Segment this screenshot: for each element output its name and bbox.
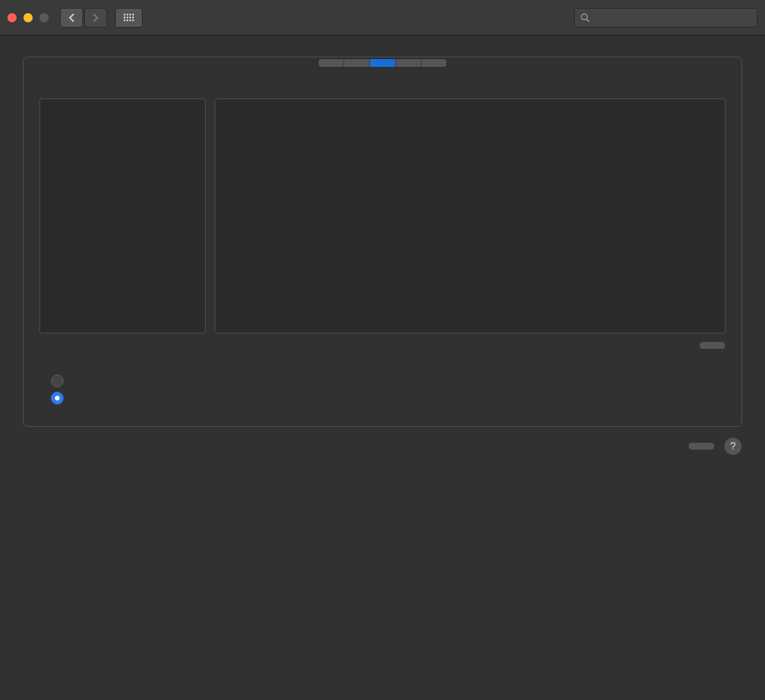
radio-all-controls[interactable] [51,392,725,404]
zoom-window-button[interactable] [40,13,49,22]
tabs-container [23,58,742,68]
tab-shortcuts[interactable] [370,59,396,67]
radio-button[interactable] [51,392,64,404]
shortcuts-panel [23,57,742,427]
close-window-button[interactable] [7,13,17,22]
show-all-button[interactable] [115,8,143,27]
columns [40,99,725,333]
help-button[interactable]: ? [724,437,742,455]
grid-icon [124,14,134,21]
content-area [0,36,765,427]
minimize-window-button[interactable] [23,13,33,22]
search-icon [581,13,590,22]
keyboard-access-section [40,375,725,404]
radio-text-boxes-only[interactable] [51,375,725,387]
tab-dictation[interactable] [421,59,447,67]
system-preferences-window: ? [0,0,765,700]
restore-defaults-button[interactable] [699,341,725,349]
search-field[interactable] [574,8,758,27]
radio-button[interactable] [51,375,64,387]
chevron-right-icon [92,13,99,22]
restore-row [40,341,725,349]
back-button[interactable] [60,8,83,27]
tab-keyboard[interactable] [318,59,344,67]
traffic-lights [7,13,49,22]
shortcut-list[interactable] [215,99,725,333]
tab-user-dictionary[interactable] [344,59,370,67]
radio-group [51,375,725,404]
forward-button[interactable] [84,8,107,27]
titlebar [0,0,765,36]
footer: ? [0,427,765,461]
nav-buttons [60,8,107,27]
tab-input-sources[interactable] [396,59,421,67]
svg-line-1 [587,19,590,22]
bluetooth-keyboard-button[interactable] [688,442,715,450]
category-sidebar[interactable] [40,99,206,333]
svg-point-0 [582,14,587,19]
chevron-left-icon [68,13,75,22]
tabs [318,58,447,68]
